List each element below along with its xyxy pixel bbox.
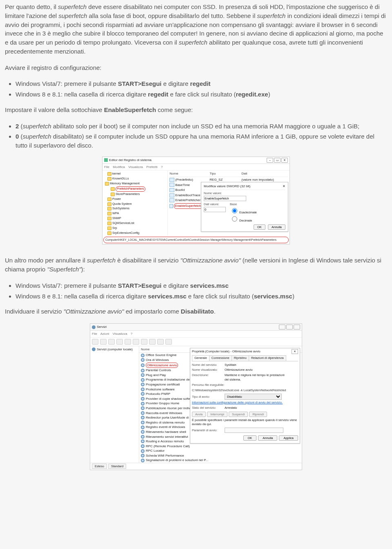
value-path: C:\Windows\system32\svchost.exe -k Local… (192, 388, 298, 393)
value-service-name: SysMain (225, 363, 236, 367)
cancel-button[interactable]: Annulla (268, 224, 285, 230)
minimize-button[interactable]: – (267, 158, 273, 163)
ok-button[interactable]: OK (243, 435, 257, 441)
tab-recovery[interactable]: Ripristino (232, 355, 249, 361)
tree-node[interactable]: StorePrarameters (111, 192, 167, 197)
tab-general[interactable]: Generale (192, 355, 209, 361)
close-button[interactable]: ✕ (281, 158, 288, 163)
pause-button[interactable] (157, 339, 164, 345)
dialog-close-button[interactable]: ✕ (292, 349, 298, 354)
menu-edit[interactable]: Modifica (113, 165, 125, 169)
start-button[interactable]: Avvia (192, 412, 206, 417)
toolbar-button[interactable] (116, 339, 123, 345)
tree-node[interactable]: KnownDLLs (107, 177, 167, 181)
bold: regedit (148, 91, 168, 98)
toolbar-button[interactable] (165, 339, 172, 345)
text: come segue: (156, 106, 193, 113)
service-row[interactable]: Segnalazioni di problemi e soluzioni nel… (139, 458, 302, 463)
figure-registry-editor: Editor del Registro di sistema – ▭ ✕ Fil… (102, 157, 290, 245)
service-row[interactable]: Scheda WMI Performance (139, 453, 302, 458)
link-start-config-info[interactable]: Informazioni sulla configurazione delle … (192, 401, 283, 404)
registry-tree[interactable]: kernelKnownDLLsMemory ManagementPrefetch… (102, 170, 168, 236)
menu-help[interactable]: ? (161, 165, 163, 169)
service-name: Registro eventi di Windows (146, 425, 185, 430)
menu-view[interactable]: Visualizza (113, 332, 127, 336)
emphasis-service: "Ottimizzazione avvio" (63, 308, 124, 315)
minimize-button[interactable] (279, 325, 285, 329)
text: e digitare (162, 80, 190, 87)
paragraph-locate-service: Individuare il servizio "Ottimizzazione … (5, 307, 387, 316)
text: ): (81, 266, 85, 273)
radio-hex[interactable]: Esadecimale (230, 211, 257, 214)
value-icon (169, 204, 173, 208)
emphasis-superfetch: superfetch (179, 39, 207, 46)
tree-node-label: Quota System (112, 202, 132, 206)
tree-node[interactable]: Memory Management (105, 182, 167, 186)
tree-node[interactable]: SubSystems (107, 206, 167, 211)
label-service-name: Nome del servizio: (192, 363, 225, 367)
apply-button[interactable]: Applica (279, 435, 298, 441)
folder-icon (111, 187, 115, 191)
select-start-type[interactable]: Disabilitato (225, 394, 282, 400)
input-value-name[interactable] (204, 196, 246, 201)
cancel-button[interactable]: Annulla (258, 435, 277, 441)
menu-favorites[interactable]: Preferiti (146, 165, 158, 169)
menu-action[interactable]: Azioni (100, 332, 109, 336)
maximize-button[interactable]: ▭ (274, 158, 281, 163)
value-data: (valore non impostato) (241, 177, 274, 182)
gear-icon (141, 430, 145, 434)
tree-node[interactable]: Power (107, 197, 167, 202)
paragraph-superfetch-intro: Per quanto detto, il superfetch deve ess… (5, 2, 387, 56)
maximize-button[interactable] (286, 325, 293, 329)
tab-standard[interactable]: Standard (108, 464, 126, 469)
value-type: REG_SZ (209, 177, 234, 182)
registry-values-list[interactable]: Nome Tipo Dati (Predefinito)REG_SZ(valor… (168, 170, 290, 236)
tree-node-label: SrpExtensionConfig (112, 231, 139, 235)
menu-view[interactable]: Visualizza (128, 165, 143, 169)
scope-pane[interactable]: Servizi (computer locale) (90, 346, 139, 463)
menu-help[interactable]: ? (131, 332, 132, 336)
service-row[interactable]: RPC Locator (139, 448, 302, 453)
stop-button[interactable] (149, 339, 156, 345)
refresh-button[interactable] (125, 339, 131, 345)
tab-connection[interactable]: Connessione (209, 355, 232, 361)
service-name: Rilevamento hardware shell (146, 430, 186, 435)
stop-button[interactable]: Interrompi (207, 412, 227, 417)
tree-node[interactable]: SNMP (107, 216, 167, 221)
folder-icon (107, 231, 111, 235)
tree-node[interactable]: kernel (107, 172, 167, 176)
pause-button[interactable]: Sospendi (229, 412, 248, 417)
close-button[interactable] (294, 325, 300, 329)
tab-dependencies[interactable]: Relazioni di dipendenza (249, 355, 286, 361)
tree-node[interactable]: SQMServiceList (107, 221, 167, 226)
radio-dec[interactable]: Decimale (230, 219, 252, 222)
text: Windows Vista/7: premere il pulsante (16, 80, 118, 87)
input-start-params[interactable] (225, 428, 283, 433)
menu-file[interactable]: File (104, 165, 109, 169)
tree-node[interactable]: WPA (107, 211, 167, 216)
play-button[interactable] (141, 339, 147, 345)
service-name: Ora di Windows (146, 358, 169, 363)
tree-node[interactable]: Srp (107, 226, 167, 231)
resume-button[interactable]: Riprendi (249, 412, 267, 417)
dialog-close-button[interactable]: ✕ (283, 184, 285, 189)
tree-node[interactable]: Quota System (107, 202, 167, 206)
toolbar-button[interactable] (108, 339, 115, 345)
ok-button[interactable]: OK (254, 224, 265, 230)
tree-node[interactable]: SrpExtensionConfig (107, 231, 167, 235)
menu-file[interactable]: File (92, 332, 97, 336)
back-button[interactable] (92, 339, 98, 345)
forward-button[interactable] (100, 339, 107, 345)
folder-icon (107, 207, 111, 211)
tab-extended[interactable]: Esteso (92, 464, 107, 469)
registry-value-row[interactable]: (Predefinito)REG_SZ(valore non impostato… (169, 177, 288, 182)
gear-icon (141, 397, 145, 401)
toolbar-button[interactable] (133, 339, 139, 345)
tree-node-label: Srp (112, 226, 117, 231)
list-item: 2 (superfetch abilitato solo per il boot… (16, 122, 387, 131)
tree-node[interactable]: PrefetchParameters (111, 186, 167, 192)
input-value-data[interactable] (204, 207, 226, 212)
tree-node[interactable]: StillImage (107, 236, 167, 236)
folder-icon (107, 197, 111, 201)
service-row[interactable]: RPC (Remote Procedure Call) (139, 444, 302, 449)
